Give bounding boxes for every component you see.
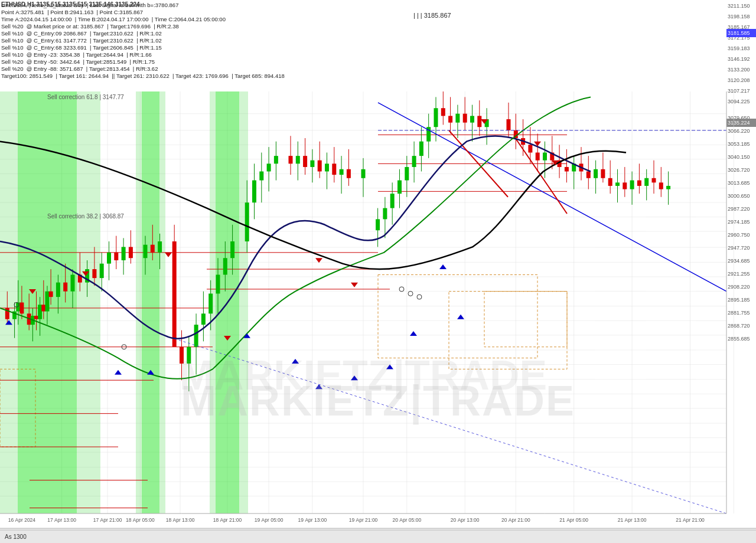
- chart-canvas: [0, 0, 756, 543]
- chart-container: ETHUSD,H1 3135.515 3135.515 3135.146 313…: [0, 0, 756, 543]
- bottom-bar: As 1300: [0, 530, 756, 543]
- bottom-bar-text: As 1300: [5, 534, 27, 540]
